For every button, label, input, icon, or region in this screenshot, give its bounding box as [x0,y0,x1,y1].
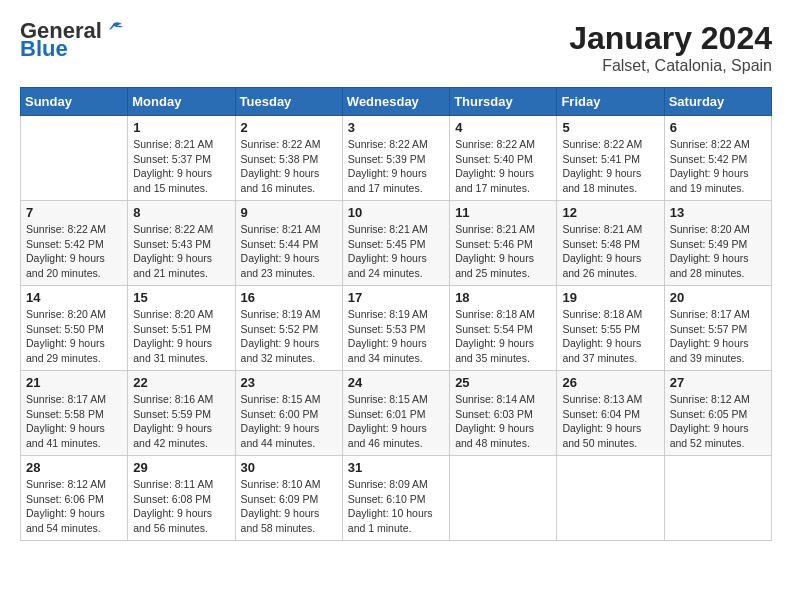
day-info: Sunrise: 8:21 AM Sunset: 5:37 PM Dayligh… [133,137,229,196]
day-number: 2 [241,120,337,135]
calendar-cell: 29Sunrise: 8:11 AM Sunset: 6:08 PM Dayli… [128,456,235,541]
day-number: 5 [562,120,658,135]
day-number: 14 [26,290,122,305]
calendar-cell: 2Sunrise: 8:22 AM Sunset: 5:38 PM Daylig… [235,116,342,201]
calendar-cell: 6Sunrise: 8:22 AM Sunset: 5:42 PM Daylig… [664,116,771,201]
day-info: Sunrise: 8:22 AM Sunset: 5:38 PM Dayligh… [241,137,337,196]
calendar-subtitle: Falset, Catalonia, Spain [569,57,772,75]
day-number: 12 [562,205,658,220]
calendar-cell: 17Sunrise: 8:19 AM Sunset: 5:53 PM Dayli… [342,286,449,371]
day-info: Sunrise: 8:15 AM Sunset: 6:00 PM Dayligh… [241,392,337,451]
weekday-header-tuesday: Tuesday [235,88,342,116]
day-number: 24 [348,375,444,390]
calendar-cell: 7Sunrise: 8:22 AM Sunset: 5:42 PM Daylig… [21,201,128,286]
calendar-cell: 31Sunrise: 8:09 AM Sunset: 6:10 PM Dayli… [342,456,449,541]
day-number: 10 [348,205,444,220]
week-row-3: 14Sunrise: 8:20 AM Sunset: 5:50 PM Dayli… [21,286,772,371]
calendar-cell: 26Sunrise: 8:13 AM Sunset: 6:04 PM Dayli… [557,371,664,456]
week-row-5: 28Sunrise: 8:12 AM Sunset: 6:06 PM Dayli… [21,456,772,541]
day-number: 19 [562,290,658,305]
day-info: Sunrise: 8:22 AM Sunset: 5:43 PM Dayligh… [133,222,229,281]
calendar-cell: 18Sunrise: 8:18 AM Sunset: 5:54 PM Dayli… [450,286,557,371]
logo-blue: Blue [20,38,68,60]
calendar-cell: 30Sunrise: 8:10 AM Sunset: 6:09 PM Dayli… [235,456,342,541]
weekday-header-friday: Friday [557,88,664,116]
calendar-cell: 16Sunrise: 8:19 AM Sunset: 5:52 PM Dayli… [235,286,342,371]
day-info: Sunrise: 8:18 AM Sunset: 5:54 PM Dayligh… [455,307,551,366]
day-number: 18 [455,290,551,305]
day-info: Sunrise: 8:17 AM Sunset: 5:58 PM Dayligh… [26,392,122,451]
day-number: 15 [133,290,229,305]
day-number: 20 [670,290,766,305]
day-number: 4 [455,120,551,135]
day-number: 7 [26,205,122,220]
day-info: Sunrise: 8:22 AM Sunset: 5:41 PM Dayligh… [562,137,658,196]
calendar-cell: 19Sunrise: 8:18 AM Sunset: 5:55 PM Dayli… [557,286,664,371]
day-number: 31 [348,460,444,475]
day-info: Sunrise: 8:20 AM Sunset: 5:50 PM Dayligh… [26,307,122,366]
calendar-cell: 20Sunrise: 8:17 AM Sunset: 5:57 PM Dayli… [664,286,771,371]
calendar-cell: 9Sunrise: 8:21 AM Sunset: 5:44 PM Daylig… [235,201,342,286]
calendar-cell: 22Sunrise: 8:16 AM Sunset: 5:59 PM Dayli… [128,371,235,456]
calendar-table: SundayMondayTuesdayWednesdayThursdayFrid… [20,87,772,541]
weekday-header-sunday: Sunday [21,88,128,116]
day-number: 9 [241,205,337,220]
day-number: 11 [455,205,551,220]
day-info: Sunrise: 8:19 AM Sunset: 5:52 PM Dayligh… [241,307,337,366]
day-number: 17 [348,290,444,305]
day-number: 29 [133,460,229,475]
day-info: Sunrise: 8:21 AM Sunset: 5:48 PM Dayligh… [562,222,658,281]
week-row-1: 1Sunrise: 8:21 AM Sunset: 5:37 PM Daylig… [21,116,772,201]
calendar-cell: 4Sunrise: 8:22 AM Sunset: 5:40 PM Daylig… [450,116,557,201]
day-info: Sunrise: 8:22 AM Sunset: 5:42 PM Dayligh… [26,222,122,281]
day-number: 26 [562,375,658,390]
day-info: Sunrise: 8:09 AM Sunset: 6:10 PM Dayligh… [348,477,444,536]
calendar-cell: 23Sunrise: 8:15 AM Sunset: 6:00 PM Dayli… [235,371,342,456]
calendar-cell [450,456,557,541]
day-info: Sunrise: 8:10 AM Sunset: 6:09 PM Dayligh… [241,477,337,536]
calendar-title: January 2024 [569,20,772,57]
day-info: Sunrise: 8:14 AM Sunset: 6:03 PM Dayligh… [455,392,551,451]
day-info: Sunrise: 8:22 AM Sunset: 5:42 PM Dayligh… [670,137,766,196]
calendar-cell: 1Sunrise: 8:21 AM Sunset: 5:37 PM Daylig… [128,116,235,201]
calendar-cell: 21Sunrise: 8:17 AM Sunset: 5:58 PM Dayli… [21,371,128,456]
day-info: Sunrise: 8:22 AM Sunset: 5:40 PM Dayligh… [455,137,551,196]
calendar-cell: 12Sunrise: 8:21 AM Sunset: 5:48 PM Dayli… [557,201,664,286]
day-info: Sunrise: 8:21 AM Sunset: 5:45 PM Dayligh… [348,222,444,281]
calendar-cell: 11Sunrise: 8:21 AM Sunset: 5:46 PM Dayli… [450,201,557,286]
day-info: Sunrise: 8:20 AM Sunset: 5:49 PM Dayligh… [670,222,766,281]
day-number: 27 [670,375,766,390]
calendar-cell: 5Sunrise: 8:22 AM Sunset: 5:41 PM Daylig… [557,116,664,201]
weekday-header-monday: Monday [128,88,235,116]
calendar-cell: 15Sunrise: 8:20 AM Sunset: 5:51 PM Dayli… [128,286,235,371]
day-info: Sunrise: 8:21 AM Sunset: 5:44 PM Dayligh… [241,222,337,281]
calendar-cell: 28Sunrise: 8:12 AM Sunset: 6:06 PM Dayli… [21,456,128,541]
day-info: Sunrise: 8:18 AM Sunset: 5:55 PM Dayligh… [562,307,658,366]
day-info: Sunrise: 8:12 AM Sunset: 6:05 PM Dayligh… [670,392,766,451]
day-number: 25 [455,375,551,390]
day-info: Sunrise: 8:11 AM Sunset: 6:08 PM Dayligh… [133,477,229,536]
day-number: 21 [26,375,122,390]
day-info: Sunrise: 8:20 AM Sunset: 5:51 PM Dayligh… [133,307,229,366]
day-number: 30 [241,460,337,475]
page-header: General Blue January 2024 Falset, Catalo… [20,20,772,75]
day-number: 1 [133,120,229,135]
day-number: 6 [670,120,766,135]
calendar-cell [557,456,664,541]
weekday-header-saturday: Saturday [664,88,771,116]
day-info: Sunrise: 8:13 AM Sunset: 6:04 PM Dayligh… [562,392,658,451]
calendar-cell: 3Sunrise: 8:22 AM Sunset: 5:39 PM Daylig… [342,116,449,201]
day-info: Sunrise: 8:19 AM Sunset: 5:53 PM Dayligh… [348,307,444,366]
calendar-cell [21,116,128,201]
weekday-header-wednesday: Wednesday [342,88,449,116]
calendar-cell: 10Sunrise: 8:21 AM Sunset: 5:45 PM Dayli… [342,201,449,286]
calendar-cell: 13Sunrise: 8:20 AM Sunset: 5:49 PM Dayli… [664,201,771,286]
calendar-cell: 8Sunrise: 8:22 AM Sunset: 5:43 PM Daylig… [128,201,235,286]
day-number: 23 [241,375,337,390]
day-info: Sunrise: 8:21 AM Sunset: 5:46 PM Dayligh… [455,222,551,281]
day-number: 28 [26,460,122,475]
weekday-header-row: SundayMondayTuesdayWednesdayThursdayFrid… [21,88,772,116]
day-number: 13 [670,205,766,220]
logo-bird-icon [104,21,124,37]
day-number: 16 [241,290,337,305]
